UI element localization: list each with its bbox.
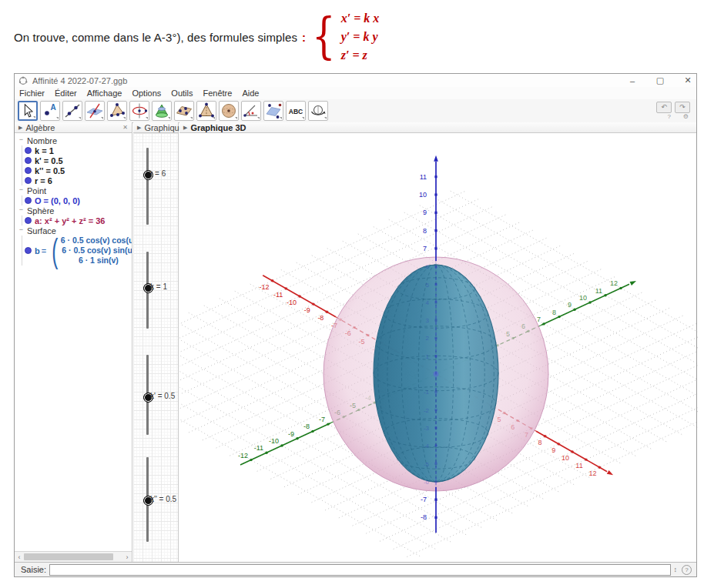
algebra-item[interactable]: O = (0, 0, 0) [22,195,132,205]
svg-text:10: 10 [562,454,569,462]
object-visibility-dot[interactable] [25,247,32,254]
tool-dropdown-icon[interactable] [33,116,35,119]
intersect-surfaces-tool[interactable] [152,101,172,121]
svg-text:8: 8 [423,227,427,235]
tool-dropdown-icon[interactable] [213,117,215,119]
pyramid-tool[interactable] [196,101,216,121]
object-visibility-dot[interactable] [25,147,32,154]
object-label: k = 1 [35,146,54,155]
algebra-item[interactable]: r = 6 [22,175,132,185]
slider-canvas[interactable]: r = 6k = 1k' = 0.5k'' = 0.5 [133,133,178,562]
move-tool[interactable] [18,101,38,121]
equation-line: y′ = k y [341,28,380,46]
object-label: a: x² + y² + z² = 36 [35,216,105,226]
tool-dropdown-icon[interactable] [324,117,327,119]
polygon-tool[interactable] [107,101,127,121]
tool-dropdown-icon[interactable] [302,117,304,119]
object-visibility-dot[interactable] [25,157,32,164]
tool-dropdown-icon[interactable] [101,117,103,119]
algebra-item[interactable]: b=(6 · 0.5 cos(v) cos(u)6 · 0.5 cos(v) s… [22,236,132,266]
svg-text:-7: -7 [421,496,427,503]
point-tool[interactable]: A [40,101,60,121]
matrix-row: 6 · 1 sin(v) [79,256,119,266]
undo-button[interactable]: ↶ [656,102,672,113]
tool-dropdown-icon[interactable] [79,117,81,119]
screen: On trouve, comme dans le A-3°), des form… [0,0,704,588]
minimize-button[interactable]: – [627,76,638,85]
algebra-horizontal-scrollbar[interactable]: ‹ › [15,551,132,562]
tool-dropdown-icon[interactable] [56,117,59,119]
algebra-item[interactable]: k'' = 0.5 [22,165,132,175]
toolbar-settings-icon[interactable]: ⚙ [683,113,689,120]
svg-text:9: 9 [551,446,555,454]
rotate-view-tool[interactable] [308,101,328,121]
svg-text:-12: -12 [260,283,270,291]
svg-text:8: 8 [538,439,542,446]
algebra-group-surface: −Surface [15,226,132,236]
slider-label: k'' = 0.5 [150,495,176,503]
object-visibility-dot[interactable] [25,177,32,184]
svg-text:1: 1 [426,353,430,360]
panel-caret-icon[interactable]: ▶ [137,125,141,131]
panel-caret-icon[interactable]: ▶ [18,125,22,131]
perpendicular-line-tool[interactable] [85,101,105,121]
svg-text:5: 5 [426,282,430,289]
tree-collapse-icon[interactable]: − [18,227,25,234]
sphere-tool[interactable] [219,101,239,121]
slider-track-0[interactable] [146,148,149,225]
algebra-group-sphre: −Sphère [15,205,132,215]
scroll-right-icon[interactable]: › [122,553,132,561]
line-tool[interactable] [62,101,82,121]
menu-item-aide[interactable]: Aide [242,89,259,98]
reflect-tool[interactable] [263,101,283,121]
tool-dropdown-icon[interactable] [190,117,193,119]
tree-collapse-icon[interactable]: − [18,187,25,194]
svg-text:11: 11 [575,462,582,469]
panel-caret-icon[interactable]: ▶ [183,125,187,131]
menu-item-outils[interactable]: Outils [171,89,193,98]
tool-dropdown-icon[interactable] [146,117,148,119]
tree-collapse-icon[interactable]: − [18,207,25,214]
svg-text:-7: -7 [319,416,325,423]
angle-tool[interactable] [241,101,261,121]
tree-collapse-icon[interactable]: − [18,137,25,144]
algebra-item[interactable]: k = 1 [22,145,132,155]
menu-item-affichage[interactable]: Affichage [87,89,122,98]
input-help-icon[interactable]: ? [682,565,692,575]
tool-dropdown-icon[interactable] [168,117,170,119]
text-tool[interactable]: ABC [286,101,306,121]
svg-text:12: 12 [610,279,618,287]
command-input[interactable] [49,564,670,576]
tool-dropdown-icon[interactable] [280,117,282,119]
svg-text:ABC: ABC [289,108,303,115]
input-options-icon[interactable]: ↕ [674,566,678,573]
tool-dropdown-icon[interactable] [235,117,237,119]
svg-text:-8: -8 [303,423,310,430]
object-visibility-dot[interactable] [25,217,32,224]
algebra-close-icon[interactable]: ✕ [122,124,128,131]
algebra-item[interactable]: k' = 0.5 [22,155,132,165]
equation-brace: { [312,15,336,59]
menu-item-diter[interactable]: Éditer [55,89,77,98]
plane-tool[interactable] [174,101,194,121]
svg-text:-10: -10 [269,437,279,445]
redo-button[interactable]: ↷ [675,102,690,113]
menu-item-fichier[interactable]: Fichier [19,89,45,98]
menu-item-options[interactable]: Options [132,89,161,98]
close-button[interactable]: ✕ [682,75,693,85]
graphique-3d-panel: ▶ Graphique 3D -12-11-10-9-8-7-6-5567891… [179,122,696,562]
svg-text:6: 6 [426,263,430,270]
object-visibility-dot[interactable] [25,167,32,174]
tool-dropdown-icon[interactable] [123,117,126,119]
scroll-left-icon[interactable]: ‹ [15,553,24,561]
algebra-item[interactable]: a: x² + y² + z² = 36 [22,215,132,226]
graphique-3d-canvas[interactable]: -12-11-10-9-8-7-6-556789101112-4-3-2-112… [179,133,698,563]
toolbar-help-icon[interactable]: ? [667,113,670,120]
tool-dropdown-icon[interactable] [257,117,260,119]
object-visibility-dot[interactable] [25,197,32,204]
graphique-panel-title: Graphique [144,123,183,132]
circle-axis-tool[interactable] [129,101,149,121]
menu-item-fentre[interactable]: Fenêtre [203,89,232,98]
scrollbar-thumb[interactable] [24,553,113,560]
maximize-button[interactable]: ▢ [655,75,665,85]
